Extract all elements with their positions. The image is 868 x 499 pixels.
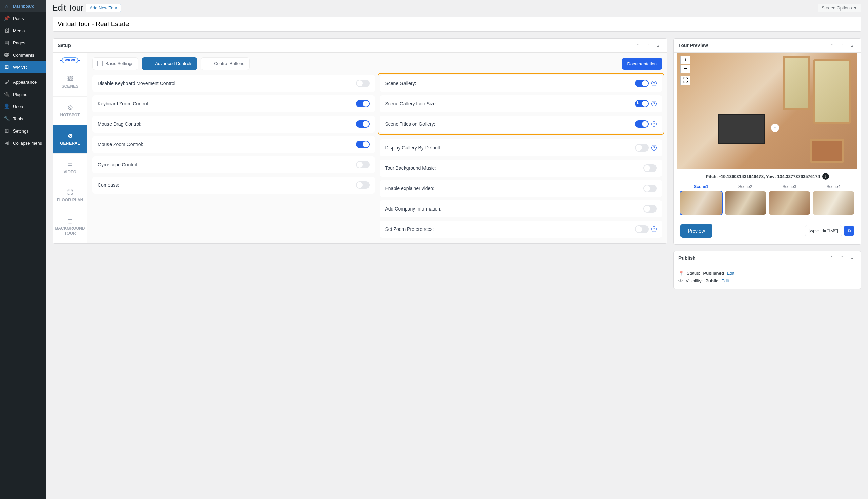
- tour-title-input[interactable]: [52, 16, 861, 32]
- video-icon: ▭: [68, 161, 73, 168]
- plug-icon: 🔌: [3, 91, 10, 98]
- subtab-advanced[interactable]: Advanced Controls: [142, 57, 197, 70]
- subtab-basic[interactable]: Basic Settings: [92, 57, 138, 70]
- preview-button[interactable]: Preview: [681, 224, 712, 238]
- scene-image-icon: [724, 191, 766, 215]
- toggle-disable-kb[interactable]: [356, 80, 370, 87]
- tab-hotspot[interactable]: ◎HOTSPOT: [53, 97, 87, 125]
- tab-background[interactable]: ▢BACKGROUND TOUR: [53, 210, 87, 243]
- setting-compass: Compass:: [92, 177, 375, 194]
- setting-disable-kb: Disable Keyboard Movement Control:: [92, 75, 375, 92]
- scene-image-icon: [813, 191, 854, 215]
- screen-options-button[interactable]: Screen Options ▼: [818, 4, 861, 12]
- scene-thumb-1[interactable]: Scene1: [681, 184, 722, 215]
- menu-users[interactable]: 👤Users: [0, 100, 46, 112]
- tv-decor-icon: [718, 113, 765, 144]
- setup-metabox: Setup ˄ ˅ ▴ WP VR 🖼SCENES ◎HOTSPOT: [52, 38, 667, 244]
- add-new-tour-button[interactable]: Add New Tour: [86, 4, 121, 12]
- scene-gallery: Scene1 Scene2 Scene3 Scene4: [677, 183, 857, 219]
- panorama-preview[interactable]: + − ⛶ ↑: [677, 52, 857, 170]
- menu-collapse[interactable]: ◀Collapse menu: [0, 137, 46, 149]
- advanced-icon: [147, 61, 152, 66]
- control-icon: [206, 61, 211, 66]
- wpvr-logo-icon: WP VR: [62, 57, 78, 63]
- toggle-zoom-prefs[interactable]: [635, 226, 649, 233]
- help-icon[interactable]: ?: [651, 101, 657, 107]
- toggle-mouse-zoom[interactable]: [356, 141, 370, 148]
- download-icon[interactable]: ↓: [822, 173, 829, 180]
- window-decor-icon: [814, 59, 851, 124]
- dashboard-icon: ⌂: [3, 3, 10, 10]
- toggle-company-info[interactable]: [643, 205, 657, 212]
- toggle-gyro[interactable]: [356, 161, 370, 169]
- scene-thumb-3[interactable]: Scene3: [769, 184, 810, 215]
- menu-comments[interactable]: 💬Comments: [0, 49, 46, 61]
- menu-wpvr[interactable]: ⊞WP VR: [0, 61, 46, 73]
- tab-scenes[interactable]: 🖼SCENES: [53, 69, 87, 97]
- menu-dashboard[interactable]: ⌂Dashboard: [0, 0, 46, 12]
- basic-icon: [97, 61, 103, 66]
- setup-title: Setup: [58, 43, 71, 48]
- edit-status-link[interactable]: Edit: [727, 270, 734, 276]
- menu-plugins[interactable]: 🔌Plugins: [0, 88, 46, 100]
- toggle-compass[interactable]: [356, 181, 370, 189]
- brush-icon: 🖌: [3, 78, 10, 85]
- toggle-scene-gallery[interactable]: [635, 80, 649, 87]
- scene-image-icon: [769, 191, 810, 215]
- key-icon: 📍: [678, 270, 684, 276]
- wrench-icon: 🔧: [3, 115, 10, 122]
- toggle-icon-size[interactable]: L: [635, 100, 649, 108]
- setting-kb-zoom: Keyboard Zoom Control:: [92, 95, 375, 112]
- subtab-control[interactable]: Control Buttons: [201, 57, 249, 70]
- menu-media[interactable]: 🖾Media: [0, 24, 46, 37]
- menu-settings[interactable]: ⊞Settings: [0, 125, 46, 137]
- zoom-out-button[interactable]: −: [681, 65, 690, 73]
- tab-video[interactable]: ▭VIDEO: [53, 154, 87, 182]
- toggle-panel-button[interactable]: ▴: [848, 41, 856, 49]
- publish-status-row: 📍 Status: Published Edit: [678, 269, 856, 277]
- vr-icon: ⊞: [3, 64, 10, 71]
- toggle-panel-button[interactable]: ▴: [848, 254, 856, 262]
- toggle-display-default[interactable]: [635, 144, 649, 151]
- documentation-button[interactable]: Documentation: [622, 58, 662, 70]
- publish-title: Publish: [678, 255, 696, 261]
- nav-arrow-icon[interactable]: ↑: [771, 124, 779, 132]
- fullscreen-button[interactable]: ⛶: [681, 76, 690, 85]
- move-down-button[interactable]: ˅: [838, 254, 846, 262]
- media-icon: 🖾: [3, 27, 10, 34]
- tab-floorplan[interactable]: ⛶FLOOR PLAN: [53, 182, 87, 210]
- help-icon[interactable]: ?: [651, 145, 657, 150]
- move-up-button[interactable]: ˄: [828, 254, 836, 262]
- toggle-bg-music[interactable]: [643, 165, 657, 172]
- help-icon[interactable]: ?: [651, 227, 657, 232]
- shortcode-text: [wpvr id="156"]: [805, 225, 842, 236]
- move-up-button[interactable]: ˄: [634, 41, 642, 49]
- map-icon: ⛶: [68, 190, 73, 196]
- move-down-button[interactable]: ˅: [838, 41, 846, 49]
- pitch-yaw-text: Pitch: -19.136031431946478, Yaw: 134.327…: [706, 174, 820, 179]
- tab-general[interactable]: ⚙GENERAL: [53, 125, 87, 154]
- setting-gyro: Gyroscope Control:: [92, 156, 375, 173]
- menu-pages[interactable]: ▤Pages: [0, 37, 46, 49]
- move-down-button[interactable]: ˅: [644, 41, 652, 49]
- menu-posts[interactable]: 📌Posts: [0, 12, 46, 24]
- help-icon[interactable]: ?: [651, 81, 657, 86]
- menu-appearance[interactable]: 🖌Appearance: [0, 76, 46, 88]
- move-up-button[interactable]: ˄: [828, 41, 836, 49]
- toggle-panel-button[interactable]: ▴: [654, 41, 662, 49]
- page-header: Edit Tour Add New Tour Screen Options ▼: [52, 0, 861, 13]
- toggle-titles-gallery[interactable]: [635, 120, 649, 128]
- gear-icon: ⚙: [68, 133, 73, 139]
- copy-shortcode-button[interactable]: ⧉: [844, 226, 854, 236]
- scene-thumb-2[interactable]: Scene2: [724, 184, 766, 215]
- menu-tools[interactable]: 🔧Tools: [0, 112, 46, 125]
- toggle-explainer[interactable]: [643, 185, 657, 192]
- toggle-kb-zoom[interactable]: [356, 100, 370, 108]
- edit-visibility-link[interactable]: Edit: [721, 278, 729, 283]
- zoom-in-button[interactable]: +: [681, 56, 690, 64]
- toggle-mouse-drag[interactable]: [356, 120, 370, 128]
- help-icon[interactable]: ?: [651, 121, 657, 127]
- pages-icon: ▤: [3, 39, 10, 46]
- eye-icon: 👁: [678, 278, 683, 283]
- scene-thumb-4[interactable]: Scene4: [813, 184, 854, 215]
